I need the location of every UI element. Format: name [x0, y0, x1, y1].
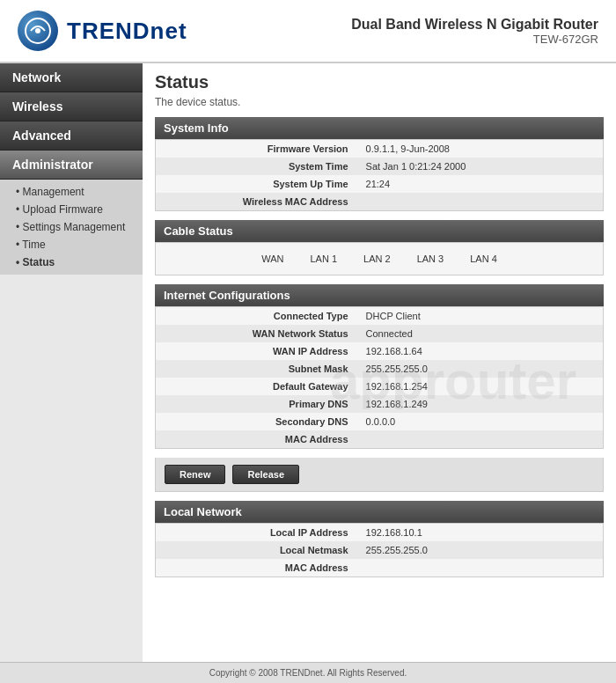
page-title: Status [155, 72, 604, 92]
row-label: Firmware Version [156, 140, 357, 158]
cable-item: LAN 2 [363, 253, 391, 264]
row-label: MAC Address [156, 559, 357, 577]
table-row: WAN Network StatusConnected [156, 325, 604, 342]
main-layout: Network Wireless Advanced Administrator … [0, 63, 616, 662]
row-value: 0.9.1.1, 9-Jun-2008 [357, 140, 604, 158]
row-label: WAN IP Address [156, 342, 357, 360]
svg-point-1 [35, 28, 40, 33]
internet-config-section: Internet Configurations Connected TypeDH… [155, 284, 604, 492]
admin-submenu: Management Upload Firmware Settings Mana… [0, 180, 143, 275]
system-info-section: System Info Firmware Version0.9.1.1, 9-J… [155, 117, 604, 211]
logo-icon [18, 11, 58, 51]
row-value: 21:24 [357, 175, 604, 193]
row-value: 255.255.255.0 [357, 360, 604, 378]
table-row: Local IP Address192.168.10.1 [156, 524, 604, 542]
cable-status-section: Cable Status WANLAN 1LAN 2LAN 3LAN 4 [155, 220, 604, 275]
cable-item: LAN 4 [470, 253, 497, 264]
sidebar-item-network[interactable]: Network [0, 63, 143, 92]
row-value: 255.255.255.0 [357, 541, 604, 559]
table-row: Secondary DNS0.0.0.0 [156, 413, 604, 430]
footer-text: Copyright © 2008 TRENDnet. All Rights Re… [209, 668, 407, 678]
system-info-header: System Info [155, 117, 604, 139]
row-value: 192.168.10.1 [357, 524, 604, 542]
product-model: TEW-672GR [351, 33, 598, 46]
row-value: 192.168.1.249 [357, 395, 604, 413]
local-network-section: Local Network Local IP Address192.168.10… [155, 501, 604, 577]
cable-item: LAN 3 [417, 253, 444, 264]
system-info-table: Firmware Version0.9.1.1, 9-Jun-2008Syste… [155, 139, 604, 211]
table-row: Local Netmask255.255.255.0 [156, 541, 604, 559]
table-row: Firmware Version0.9.1.1, 9-Jun-2008 [156, 140, 604, 158]
row-value: DHCP Client [357, 307, 604, 326]
row-label: Secondary DNS [156, 413, 357, 430]
row-label: MAC Address [156, 430, 357, 449]
renew-button[interactable]: Renew [165, 465, 225, 484]
footer: Copyright © 2008 TRENDnet. All Rights Re… [0, 662, 616, 683]
table-row: Default Gateway192.168.1.254 [156, 378, 604, 395]
sidebar-item-administrator[interactable]: Administrator [0, 151, 143, 180]
table-row: System TimeSat Jan 1 0:21:24 2000 [156, 158, 604, 175]
local-network-header: Local Network [155, 501, 604, 523]
row-label: WAN Network Status [156, 325, 357, 342]
content-area: approuter Status The device status. Syst… [143, 63, 616, 662]
submenu-upload-firmware[interactable]: Upload Firmware [0, 201, 143, 218]
row-label: Default Gateway [156, 378, 357, 395]
row-value [357, 193, 604, 211]
table-row: Wireless MAC Address [156, 193, 604, 211]
row-value [357, 430, 604, 449]
row-value: 192.168.1.64 [357, 342, 604, 360]
sidebar-item-wireless[interactable]: Wireless [0, 92, 143, 121]
cable-status-row: WANLAN 1LAN 2LAN 3LAN 4 [155, 242, 604, 275]
table-row: MAC Address [156, 559, 604, 577]
submenu-time[interactable]: Time [0, 236, 143, 253]
product-title: Dual Band Wireless N Gigabit Router [351, 17, 598, 33]
table-row: System Up Time21:24 [156, 175, 604, 193]
internet-config-header: Internet Configurations [155, 284, 604, 306]
product-info: Dual Band Wireless N Gigabit Router TEW-… [351, 17, 598, 46]
row-value: 0.0.0.0 [357, 413, 604, 430]
cable-status-header: Cable Status [155, 220, 604, 242]
row-label: Subnet Mask [156, 360, 357, 378]
row-label: Primary DNS [156, 395, 357, 413]
internet-config-table: Connected TypeDHCP ClientWAN Network Sta… [155, 306, 604, 449]
row-value: 192.168.1.254 [357, 378, 604, 395]
internet-action-buttons: Renew Release [155, 458, 604, 492]
local-network-table: Local IP Address192.168.10.1Local Netmas… [155, 523, 604, 577]
cable-item: WAN [261, 253, 283, 264]
logo-area: TRENDnet [18, 11, 187, 51]
cable-item: LAN 1 [310, 253, 337, 264]
row-label: Wireless MAC Address [156, 193, 357, 211]
row-value: Sat Jan 1 0:21:24 2000 [357, 158, 604, 175]
sidebar-item-advanced[interactable]: Advanced [0, 121, 143, 151]
submenu-management[interactable]: Management [0, 183, 143, 201]
page-description: The device status. [155, 96, 604, 108]
row-label: Connected Type [156, 307, 357, 326]
submenu-status[interactable]: Status [0, 253, 143, 271]
table-row: Connected TypeDHCP Client [156, 307, 604, 326]
table-row: Primary DNS192.168.1.249 [156, 395, 604, 413]
release-button[interactable]: Release [232, 465, 299, 484]
row-value: Connected [357, 325, 604, 342]
row-label: Local IP Address [156, 524, 357, 542]
table-row: Subnet Mask255.255.255.0 [156, 360, 604, 378]
row-value [357, 559, 604, 577]
row-label: System Time [156, 158, 357, 175]
header: TRENDnet Dual Band Wireless N Gigabit Ro… [0, 0, 616, 63]
row-label: Local Netmask [156, 541, 357, 559]
sidebar: Network Wireless Advanced Administrator … [0, 63, 143, 662]
table-row: WAN IP Address192.168.1.64 [156, 342, 604, 360]
submenu-settings-management[interactable]: Settings Management [0, 218, 143, 236]
row-label: System Up Time [156, 175, 357, 193]
brand-name: TRENDnet [67, 18, 187, 45]
table-row: MAC Address [156, 430, 604, 449]
